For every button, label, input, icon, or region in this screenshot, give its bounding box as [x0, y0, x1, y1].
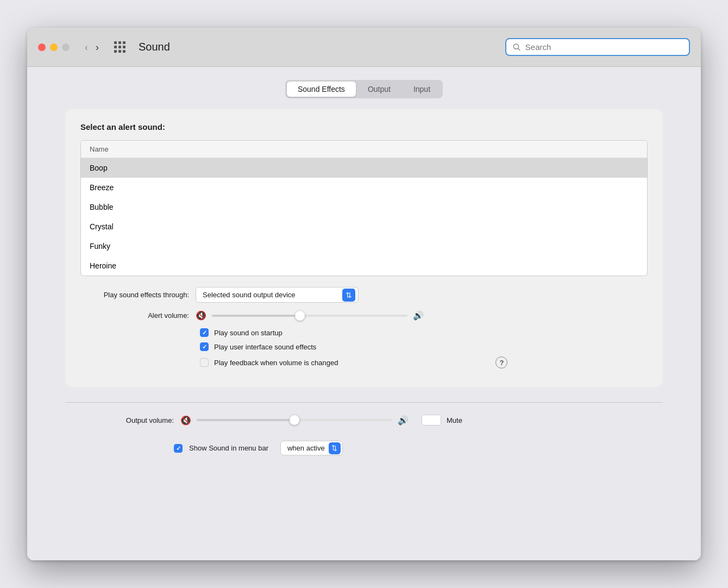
sound-item-funky[interactable]: Funky [81, 236, 647, 256]
output-volume-thumb[interactable] [290, 415, 299, 425]
back-button[interactable]: ‹ [83, 42, 90, 52]
checkbox-row-ui-sounds: Play user interface sound effects [80, 342, 648, 351]
tab-input[interactable]: Input [403, 82, 441, 97]
maximize-button[interactable] [62, 43, 70, 51]
checkboxes-section: Play sound on startup Play user interfac… [80, 328, 648, 368]
name-column-header: Name [81, 141, 647, 158]
help-button[interactable]: ? [495, 356, 507, 368]
sound-list: Name Boop Breeze Bubble Crystal Funky He… [80, 140, 648, 276]
sound-effects-panel: Select an alert sound: Name Boop Breeze … [65, 109, 663, 387]
alert-volume-row: Alert volume: 🔇 🔊 [80, 310, 648, 321]
close-button[interactable] [38, 43, 46, 51]
search-box[interactable] [505, 38, 690, 56]
output-volume-low-icon: 🔇 [180, 415, 191, 426]
feedback-checkbox[interactable] [200, 358, 209, 367]
alert-volume-track[interactable] [212, 315, 407, 317]
when-active-wrapper: when active ⇅ [280, 441, 343, 455]
window-title: Sound [139, 41, 497, 53]
output-volume-track[interactable] [197, 419, 392, 421]
mute-checkbox[interactable] [422, 415, 441, 426]
sound-item-boop[interactable]: Boop [81, 158, 647, 178]
main-window: ‹ › Sound Sound Effects Output Input Sel… [27, 28, 701, 560]
sound-item-crystal[interactable]: Crystal [81, 217, 647, 236]
nav-arrows: ‹ › [83, 42, 101, 52]
output-volume-row: Output volume: 🔇 🔊 Mute [65, 415, 663, 426]
grid-icon[interactable] [114, 41, 125, 53]
when-active-select[interactable]: when active [280, 441, 343, 455]
play-through-select-wrapper: Selected sound output device ⇅ [196, 287, 359, 303]
minimize-button[interactable] [50, 43, 58, 51]
tab-sound-effects[interactable]: Sound Effects [287, 82, 356, 97]
search-input[interactable] [525, 42, 682, 52]
output-volume-high-icon: 🔊 [398, 415, 409, 426]
output-volume-label: Output volume: [65, 416, 174, 424]
play-through-row: Play sound effects through: Selected sou… [80, 287, 648, 303]
menu-bar-checkbox[interactable] [174, 444, 183, 453]
play-through-select[interactable]: Selected sound output device [196, 287, 359, 303]
titlebar: ‹ › Sound [27, 28, 701, 67]
feedback-label: Play feedback when volume is changed [214, 359, 338, 367]
svg-line-1 [518, 48, 520, 50]
menu-bar-row: Show Sound in menu bar when active ⇅ [65, 441, 663, 455]
ui-sounds-label: Play user interface sound effects [214, 343, 316, 351]
checkbox-row-feedback: Play feedback when volume is changed ? [80, 356, 648, 368]
sound-item-breeze[interactable]: Breeze [81, 178, 647, 197]
content-area: Sound Effects Output Input Select an ale… [27, 67, 701, 560]
sound-item-bubble[interactable]: Bubble [81, 197, 647, 217]
sound-list-body[interactable]: Boop Breeze Bubble Crystal Funky Heroine [81, 158, 647, 276]
ui-sounds-checkbox[interactable] [200, 342, 209, 351]
alert-sound-label: Select an alert sound: [80, 122, 648, 132]
startup-checkbox[interactable] [200, 328, 209, 337]
volume-low-icon: 🔇 [196, 310, 206, 321]
tab-output[interactable]: Output [357, 82, 401, 97]
forward-button[interactable]: › [93, 42, 101, 52]
sound-item-heroine[interactable]: Heroine [81, 256, 647, 276]
volume-high-icon: 🔊 [413, 310, 424, 321]
alert-volume-slider-container: 🔇 🔊 [196, 310, 424, 321]
alert-volume-label: Alert volume: [80, 311, 189, 320]
play-through-label: Play sound effects through: [80, 291, 189, 299]
alert-volume-thumb[interactable] [295, 311, 305, 321]
bottom-section: Output volume: 🔇 🔊 Mute Show Sound in me… [65, 398, 663, 455]
window-controls [38, 43, 70, 51]
tabs: Sound Effects Output Input [285, 80, 443, 98]
mute-label: Mute [447, 416, 462, 424]
output-volume-slider-container: 🔇 🔊 Mute [180, 415, 462, 426]
checkbox-row-startup: Play sound on startup [80, 328, 648, 337]
separator [65, 402, 663, 403]
menu-bar-label: Show Sound in menu bar [189, 444, 268, 452]
search-icon [513, 43, 521, 52]
startup-label: Play sound on startup [214, 329, 283, 337]
